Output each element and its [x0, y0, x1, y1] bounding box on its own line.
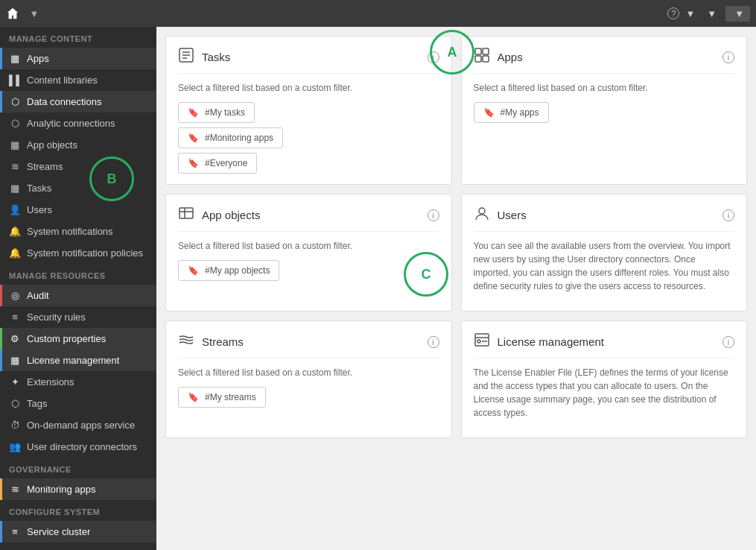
- card-info-app-objects-card[interactable]: i: [428, 209, 439, 221]
- svg-rect-8: [180, 208, 193, 218]
- license-management-label: License management: [27, 355, 119, 366]
- sidebar-item-content-libraries[interactable]: ▌▌Content libraries: [0, 69, 156, 91]
- sidebar-item-users[interactable]: 👤Users: [0, 199, 156, 221]
- bookmark-icon: 🔖: [188, 392, 199, 402]
- tasks-label: Tasks: [27, 183, 51, 194]
- card-header-users-card: Usersi: [474, 205, 735, 232]
- svg-rect-4: [475, 48, 481, 54]
- sidebar-item-system-notifications[interactable]: 🔔System notifications: [0, 221, 156, 242]
- bookmark-icon: 🔖: [188, 158, 199, 168]
- card-info-users-card[interactable]: i: [722, 209, 734, 221]
- svg-point-11: [479, 208, 485, 214]
- extensions-icon: ✦: [9, 376, 21, 388]
- svg-rect-6: [475, 56, 481, 62]
- service-cluster-icon: ≡: [9, 526, 21, 537]
- sidebar-item-streams[interactable]: ≋Streams: [0, 156, 156, 177]
- card-filters-app-objects-card: 🔖#My app objects: [178, 260, 439, 281]
- card-title-apps-card: Apps: [498, 51, 716, 63]
- filter-btn--my-app-objects[interactable]: 🔖#My app objects: [178, 260, 279, 281]
- bookmark-icon: 🔖: [188, 265, 199, 276]
- card-desc-app-objects-card: Select a filtered list based on a custom…: [178, 239, 439, 253]
- content-libraries-label: Content libraries: [27, 75, 98, 86]
- start-dropdown-button[interactable]: ▼: [27, 6, 42, 21]
- filter-btn--everyone[interactable]: 🔖#Everyone: [178, 153, 257, 174]
- sidebar-item-license-management[interactable]: ▦License management: [0, 350, 156, 371]
- streams-icon: ≋: [9, 161, 21, 172]
- card-header-apps-card: Appsi: [474, 47, 735, 74]
- sidebar-item-extensions[interactable]: ✦Extensions: [0, 371, 156, 393]
- sidebar-item-system-notification-policies[interactable]: 🔔System notification policies: [0, 242, 156, 264]
- about-dropdown-icon: ▼: [707, 8, 717, 19]
- user-dropdown-icon: ▼: [734, 8, 744, 19]
- sidebar-item-monitoring-apps[interactable]: ≋Monitoring apps: [0, 478, 156, 500]
- about-button[interactable]: ▼: [704, 8, 717, 19]
- content-area: TasksiSelect a filtered list based on a …: [156, 27, 756, 550]
- main-layout: MANAGE CONTENT▦Apps▌▌Content libraries⬡D…: [0, 27, 756, 550]
- tags-label: Tags: [27, 398, 47, 409]
- sidebar-section-manage-content: MANAGE CONTENT: [0, 27, 156, 48]
- svg-rect-5: [483, 48, 489, 54]
- bookmark-icon: 🔖: [188, 107, 199, 118]
- monitoring-apps-icon: ≋: [9, 484, 21, 495]
- on-demand-apps-label: On-demand apps service: [27, 420, 135, 431]
- card-filters-tasks-card: 🔖#My tasks🔖#Monitoring apps🔖#Everyone: [178, 102, 439, 174]
- tags-icon: ⬡: [9, 398, 21, 409]
- sidebar-item-data-connections[interactable]: ⬡Data connections: [0, 91, 156, 113]
- user-directory-label: User directory connectors: [27, 441, 137, 452]
- card-header-license-card: License managementi: [474, 332, 735, 358]
- sidebar-item-user-directory[interactable]: 👥User directory connectors: [0, 436, 156, 458]
- analytic-connections-label: Analytic connections: [27, 118, 115, 129]
- top-navigation: ▼ ? ▼ ▼ ▼: [0, 0, 756, 27]
- sidebar-item-audit[interactable]: ◎Audit: [0, 285, 156, 306]
- help-icon: ?: [667, 7, 679, 19]
- monitoring-apps-label: Monitoring apps: [27, 484, 96, 495]
- card-title-tasks-card: Tasks: [202, 51, 420, 63]
- card-info-streams-card[interactable]: i: [428, 336, 439, 348]
- apps-icon: ▦: [9, 53, 21, 64]
- sidebar-item-app-objects[interactable]: ▦App objects: [0, 134, 156, 156]
- system-notifications-icon: 🔔: [9, 226, 21, 237]
- home-icon: [6, 7, 19, 20]
- user-directory-icon: 👥: [9, 441, 21, 452]
- card-info-tasks-card[interactable]: i: [428, 51, 439, 63]
- sidebar-item-tasks[interactable]: ▦Tasks: [0, 177, 156, 199]
- service-cluster-label: Service cluster: [27, 526, 90, 537]
- card-icon-license-card: [474, 332, 490, 352]
- sidebar-item-analytic-connections[interactable]: ⬡Analytic connections: [0, 113, 156, 134]
- sidebar-item-service-cluster[interactable]: ≡Service cluster: [0, 521, 156, 543]
- streams-label: Streams: [27, 161, 63, 172]
- app-objects-icon: ▦: [9, 139, 21, 151]
- bookmark-icon: 🔖: [483, 107, 495, 118]
- sidebar-item-tags[interactable]: ⬡Tags: [0, 393, 156, 414]
- card-users-card: UsersiYou can see all the available user…: [461, 194, 748, 312]
- card-header-streams-card: Streamsi: [178, 332, 439, 358]
- sidebar-item-nodes[interactable]: ≡Nodes: [0, 543, 156, 550]
- card-info-apps-card[interactable]: i: [722, 51, 734, 63]
- card-desc-apps-card: Select a filtered list based on a custom…: [474, 81, 735, 95]
- filter-btn--monitoring-apps[interactable]: 🔖#Monitoring apps: [178, 127, 283, 148]
- license-management-icon: ▦: [9, 355, 21, 366]
- data-connections-icon: ⬡: [9, 96, 21, 107]
- card-filters-apps-card: 🔖#My apps: [474, 102, 735, 123]
- card-desc-streams-card: Select a filtered list based on a custom…: [178, 366, 439, 379]
- card-title-license-card: License management: [498, 335, 716, 348]
- sidebar-section-governance: GOVERNANCE: [0, 458, 156, 478]
- filter-btn--my-tasks[interactable]: 🔖#My tasks: [178, 102, 255, 123]
- card-streams-card: StreamsiSelect a filtered list based on …: [165, 320, 452, 438]
- user-menu[interactable]: ▼: [725, 6, 750, 22]
- card-filters-streams-card: 🔖#My streams: [178, 387, 439, 408]
- sidebar-section-configure-system: CONFIGURE SYSTEM: [0, 500, 156, 521]
- card-title-app-objects-card: App objects: [202, 209, 420, 221]
- help-button[interactable]: ? ▼: [667, 7, 695, 19]
- card-info-license-card[interactable]: i: [722, 336, 734, 348]
- sidebar-item-on-demand-apps[interactable]: ⏱On-demand apps service: [0, 414, 156, 436]
- system-notification-policies-label: System notification policies: [27, 247, 143, 259]
- filter-btn--my-streams[interactable]: 🔖#My streams: [178, 387, 266, 408]
- sidebar-item-custom-properties[interactable]: ⚙Custom properties: [0, 328, 156, 350]
- tasks-icon: ▦: [9, 183, 21, 194]
- brand-home[interactable]: [6, 7, 24, 20]
- sidebar-item-security-rules[interactable]: ≡Security rules: [0, 306, 156, 328]
- sidebar-item-apps[interactable]: ▦Apps: [0, 48, 156, 69]
- cards-grid: TasksiSelect a filtered list based on a …: [165, 36, 747, 438]
- filter-btn--my-apps[interactable]: 🔖#My apps: [474, 102, 549, 123]
